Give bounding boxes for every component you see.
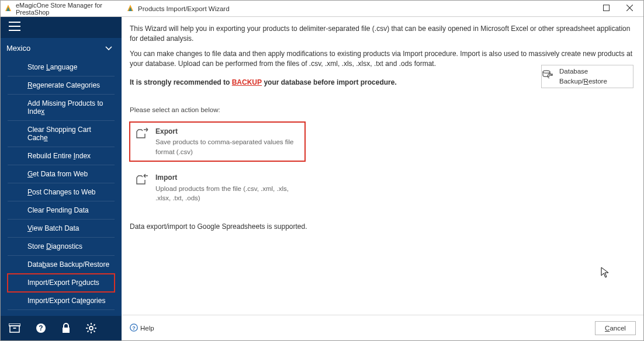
sidebar-item-9[interactable]: Store Diagnostics	[8, 238, 115, 256]
dialog-footer: ? Help Cancel	[122, 315, 644, 340]
dialog-title: Products Import/Export Wizard	[138, 5, 230, 12]
svg-line-15	[94, 330, 95, 332]
backup-button-label: Database Backup/Restore	[559, 67, 633, 86]
app-title: eMagicOne Store Manager for PrestaShop	[16, 2, 118, 16]
sidebar-item-6[interactable]: Post Changes to Web	[8, 183, 115, 201]
database-backup-restore-button[interactable]: Database Backup/Restore	[541, 65, 633, 88]
cancel-label: Cancel	[605, 325, 626, 332]
sidebar-item-8[interactable]: View Batch Data	[8, 220, 115, 238]
sidebar-item-5[interactable]: Get Data from Web	[8, 165, 115, 183]
import-action[interactable]: Import Upload products from the file (.c…	[130, 168, 305, 208]
svg-rect-4	[10, 326, 19, 332]
sidebar-item-4[interactable]: Rebuild Entire Index	[8, 147, 115, 165]
chevron-down-icon	[105, 44, 112, 53]
sidebar-item-7[interactable]: Clear Pending Data	[8, 201, 115, 220]
svg-rect-2	[9, 30, 20, 31]
recommend-emphasis: BACKUP	[232, 78, 262, 86]
sidebar-menu-head[interactable]: Mexico	[1, 38, 122, 58]
svg-text:?: ?	[39, 324, 43, 332]
dialog-title-bar: Products Import/Export Wizard	[122, 1, 644, 17]
sidebar-footer: ?	[1, 316, 122, 340]
maximize-icon	[603, 5, 610, 12]
svg-rect-8	[63, 328, 70, 333]
export-action[interactable]: Export Save products to comma-separated …	[130, 122, 305, 162]
sidebar-menu-head-label: Mexico	[6, 44, 30, 53]
svg-text:?: ?	[132, 325, 136, 330]
import-title: Import	[155, 173, 299, 183]
sidebar-item-0[interactable]: Store Language	[8, 58, 115, 76]
close-icon	[626, 5, 633, 12]
import-icon	[136, 174, 148, 189]
help-circle-icon: ?	[130, 323, 138, 333]
backup-restore-icon	[542, 70, 555, 83]
svg-rect-5	[13, 328, 16, 329]
hamburger-icon	[9, 22, 20, 33]
svg-point-21	[543, 70, 550, 72]
export-title: Export	[155, 127, 299, 137]
sidebar-item-3[interactable]: Clear Shopping Cart Cache	[8, 121, 115, 147]
archive-icon[interactable]	[9, 323, 20, 333]
gear-icon[interactable]	[86, 323, 96, 333]
svg-rect-0	[9, 22, 20, 23]
app-title-bar: eMagicOne Store Manager for PrestaShop	[1, 1, 122, 17]
window-maximize-button[interactable]	[596, 2, 616, 15]
dialog-body: This Wizard will help you in exporting y…	[122, 17, 644, 315]
recommend-suffix: your database before import procedure.	[262, 78, 397, 86]
svg-rect-18	[603, 5, 609, 11]
svg-rect-1	[9, 26, 20, 27]
spreadsheets-note: Data export/import to Google Spreadsheet…	[130, 222, 633, 232]
svg-line-14	[88, 325, 89, 326]
export-desc: Save products to comma-separated values …	[155, 137, 299, 156]
select-action-label: Please select an action below:	[130, 105, 633, 115]
cursor-icon	[601, 267, 610, 281]
sidebar-item-13[interactable]: Import/Export Customers	[8, 310, 115, 316]
cancel-button[interactable]: Cancel	[595, 321, 636, 335]
svg-line-16	[88, 330, 89, 332]
app-logo-icon	[4, 4, 12, 13]
help-circle-icon[interactable]: ?	[36, 323, 46, 333]
sidebar-item-1[interactable]: Regenerate Categories	[8, 76, 115, 95]
import-desc: Upload products from the file (.csv, .xm…	[155, 184, 299, 203]
sidebar-item-12[interactable]: Import/Export Categories	[8, 292, 115, 310]
sidebar-menu-list: Store LanguageRegenerate CategoriesAdd M…	[1, 58, 122, 316]
svg-point-9	[89, 326, 93, 330]
sidebar-item-10[interactable]: Database Backup/Restore	[8, 256, 115, 274]
lock-icon[interactable]	[61, 323, 71, 333]
sidebar: eMagicOne Store Manager for PrestaShop M…	[1, 1, 122, 340]
dialog: Products Import/Export Wizard This Wizar…	[122, 1, 644, 340]
sidebar-item-2[interactable]: Add Missing Products to Index	[8, 95, 115, 121]
help-label: Help	[140, 325, 154, 332]
svg-line-17	[94, 325, 95, 326]
recommend-prefix: It is strongly recommended to	[130, 78, 232, 86]
intro-text-1: This Wizard will help you in exporting y…	[130, 24, 633, 44]
export-icon	[136, 128, 148, 142]
window-close-button[interactable]	[619, 2, 639, 15]
sidebar-item-11[interactable]: Import/Export Products	[8, 274, 115, 292]
help-link[interactable]: ? Help	[130, 323, 154, 333]
dialog-logo-icon	[126, 4, 134, 13]
hamburger-button[interactable]	[1, 17, 122, 38]
